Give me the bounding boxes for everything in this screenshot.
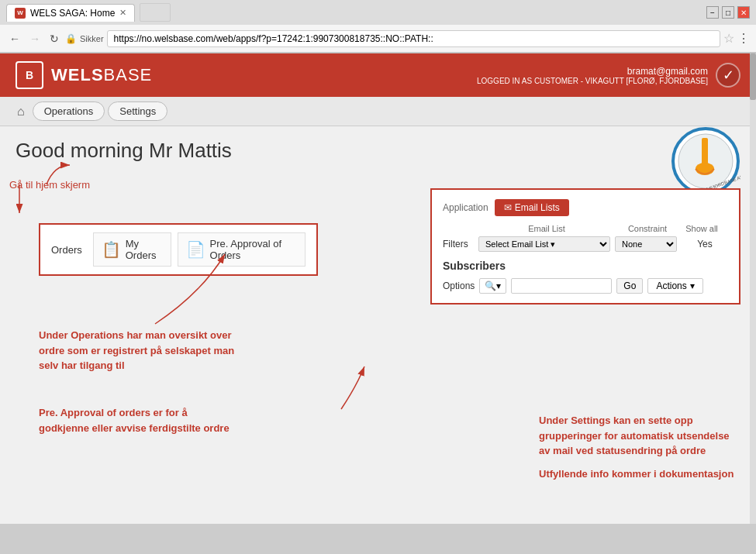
actions-dropdown[interactable]: Actions ▾ [647, 278, 702, 294]
application-label: Application [443, 202, 488, 213]
annotation-docs: Utfyllende info kommer i dokumentasjon [539, 466, 740, 482]
logo-area: B WELSBASE [16, 61, 152, 89]
search-icon: 🔍 [485, 280, 496, 291]
scrollbar-thumb[interactable] [750, 53, 756, 100]
email-tab-icon: ✉ [504, 202, 512, 213]
refresh-button[interactable]: ↻ [47, 31, 62, 46]
settings-tabs: Application ✉ Email Lists [443, 199, 728, 216]
col-show-all: Show all [678, 224, 725, 233]
user-email: bramat@gmail.com [477, 66, 708, 77]
email-tab-label: Email Lists [515, 202, 560, 213]
forward-button[interactable]: → [26, 31, 43, 46]
greeting-text: Good morning Mr Mattis [16, 139, 740, 163]
browser-menu-button[interactable]: ⋮ [737, 31, 750, 46]
search-dropdown-arrow: ▾ [496, 280, 501, 291]
operations-nav-item[interactable]: Operations [33, 102, 105, 121]
orders-box: Orders 📋 My Orders 📄 Pre. Approval of Or… [39, 223, 318, 276]
header-right: bramat@gmail.com LOGGED IN AS CUSTOMER -… [477, 63, 740, 88]
bookmark-button[interactable]: ☆ [723, 31, 734, 46]
user-info: bramat@gmail.com LOGGED IN AS CUSTOMER -… [477, 66, 708, 85]
options-row: Options 🔍 ▾ Go Actions ▾ [443, 278, 728, 294]
show-all-value: Yes [682, 239, 728, 249]
browser-tab[interactable]: W WELS SAGA: Home ✕ [6, 4, 135, 22]
logo-text: WELSBASE [51, 65, 152, 85]
actions-label: Actions [656, 280, 686, 291]
url-bar[interactable] [107, 30, 720, 47]
svg-rect-2 [702, 138, 708, 165]
close-button[interactable]: ✕ [737, 6, 750, 19]
main-content: Good morning Mr Mattis SAGA FJORDBASE AS… [0, 126, 756, 506]
column-headers: Email List Constraint Show all [443, 224, 728, 233]
tab-favicon: W [15, 8, 26, 19]
new-tab-button[interactable] [140, 3, 171, 22]
subscribers-label: Subscribers [443, 260, 728, 272]
constraint-select[interactable]: None [615, 236, 677, 252]
filters-label: Filters [443, 239, 474, 249]
title-bar: W WELS SAGA: Home ✕ − □ ✕ [0, 0, 756, 25]
go-button[interactable]: Go [616, 278, 643, 294]
col-email-list: Email List [477, 224, 616, 233]
back-button[interactable]: ← [6, 31, 23, 46]
app-container: B WELSBASE bramat@gmail.com LOGGED IN AS… [0, 53, 756, 524]
app-header: B WELSBASE bramat@gmail.com LOGGED IN AS… [0, 53, 756, 97]
pre-approval-item[interactable]: 📄 Pre. Approval of Orders [178, 232, 306, 267]
security-icon: 🔒 [65, 33, 77, 44]
orders-label: Orders [51, 244, 82, 256]
my-orders-label: My Orders [126, 238, 163, 261]
annotation-preapproval: Pre. Approval of orders er for å godkjen… [39, 405, 240, 435]
search-input[interactable] [511, 278, 612, 294]
window-controls: − □ ✕ [706, 6, 750, 19]
maximize-button[interactable]: □ [722, 6, 734, 19]
email-list-select[interactable]: Select Email List ▾ [478, 236, 610, 252]
minimize-button[interactable]: − [706, 6, 719, 19]
pre-approval-label: Pre. Approval of Orders [210, 238, 297, 261]
logo-box: B [16, 61, 43, 89]
secure-label: Sikker [80, 34, 104, 43]
goto-label: Gå til hjem skjerm [9, 179, 90, 191]
actions-arrow-icon: ▾ [690, 280, 695, 291]
tab-title: WELS SAGA: Home [30, 8, 115, 19]
annotation-settings: Under Settings kan en sette opp grupperi… [539, 413, 740, 481]
home-button[interactable]: ⌂ [12, 103, 29, 120]
filters-row: Filters Select Email List ▾ None Yes [443, 236, 728, 252]
my-orders-icon: 📋 [102, 240, 121, 259]
my-orders-item[interactable]: 📋 My Orders [93, 232, 171, 267]
user-avatar[interactable]: ✓ [716, 63, 740, 88]
user-status: LOGGED IN AS CUSTOMER - VIKAGUTT [FLORØ,… [477, 77, 708, 85]
tab-close-button[interactable]: ✕ [119, 8, 126, 18]
annotation-operations: Under Operations har man oversikt over o… [39, 328, 240, 373]
app-nav: ⌂ Operations Settings [0, 97, 756, 126]
search-dropdown[interactable]: 🔍 ▾ [479, 278, 506, 294]
options-label: Options [443, 280, 475, 291]
settings-nav-item[interactable]: Settings [108, 102, 167, 121]
pre-approval-icon: 📄 [186, 240, 205, 259]
settings-panel: Application ✉ Email Lists Email List Con… [430, 188, 740, 305]
col-constraint: Constraint [616, 224, 678, 233]
scrollbar[interactable] [750, 53, 756, 524]
browser-nav-bar: ← → ↻ 🔒 Sikker ☆ ⋮ [0, 25, 756, 53]
email-lists-tab[interactable]: ✉ Email Lists [495, 199, 569, 216]
